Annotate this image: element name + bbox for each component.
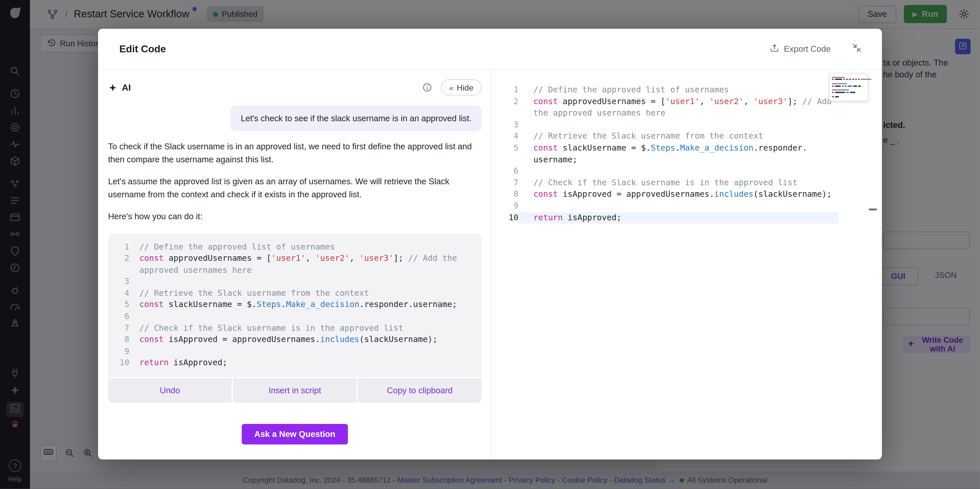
code-line: 3: [117, 276, 473, 287]
line-number: 5: [117, 299, 129, 311]
ai-sparkle-icon: [108, 83, 118, 92]
line-number: 8: [491, 189, 519, 200]
ai-panel-header: AI « Hide: [108, 79, 482, 96]
code-line[interactable]: 5const slackUsername = $.Steps.Make_a_de…: [491, 143, 882, 166]
line-number: 10: [117, 357, 129, 369]
ai-panel-title: AI: [122, 83, 131, 92]
code-text: const isApproved = approvedUsernames.inc…: [139, 334, 473, 346]
ai-paragraph: To check if the Slack username is in an …: [108, 140, 482, 166]
ai-code-actions: UndoInsert in scriptCopy to clipboard: [108, 377, 482, 403]
minimap-row: [832, 81, 865, 82]
undo-button[interactable]: Undo: [108, 378, 232, 402]
minimap-row: [832, 90, 865, 91]
minimap-row: [832, 96, 865, 97]
line-number: 10: [491, 212, 519, 224]
code-line[interactable]: 10return isApproved;: [491, 212, 882, 224]
hide-label: Hide: [457, 83, 473, 92]
ai-response: To check if the Slack username is in an …: [108, 131, 482, 223]
line-number: 1: [117, 241, 129, 252]
code-line[interactable]: 9: [491, 200, 882, 212]
minimap-row: [832, 87, 865, 89]
collapse-icon: [852, 43, 862, 55]
ai-paragraph: Let's assume the approved list is given …: [108, 175, 482, 201]
code-line: 7// Check if the Slack username is in th…: [117, 322, 473, 334]
page: ? Help / Restart Service Workflow Publis…: [0, 0, 980, 489]
line-number: 4: [491, 131, 519, 142]
code-line: 9: [117, 346, 473, 357]
ai-paragraph: Here's how you can do it:: [108, 210, 482, 223]
minimap-row: [832, 79, 865, 80]
code-text: return isApproved;: [139, 357, 473, 369]
editor-lines: 1// Define the approved list of username…: [491, 84, 882, 224]
minimap-row: [832, 94, 865, 95]
line-number: 7: [491, 177, 519, 189]
code-text: [139, 346, 473, 357]
collapse-modal-button[interactable]: [848, 42, 865, 56]
code-line: 4// Retrieve the Slack username from the…: [117, 287, 473, 299]
code-text: // Retrieve the Slack username from the …: [139, 287, 473, 299]
line-number: 3: [491, 119, 519, 131]
ai-code-block: 1// Define the approved list of username…: [108, 233, 482, 377]
code-text: [519, 119, 838, 131]
code-text: // Check if the Slack username is in the…: [519, 177, 838, 189]
code-text: // Check if the Slack username is in the…: [139, 322, 473, 334]
code-line[interactable]: 4// Retrieve the Slack username from the…: [491, 131, 882, 142]
export-code-label: Export Code: [784, 44, 831, 54]
chevrons-left-icon: «: [449, 83, 454, 92]
edit-code-modal: Edit Code Export Code AI: [98, 29, 882, 460]
code-line: 10return isApproved;: [117, 357, 473, 369]
code-text: const slackUsername = $.Steps.Make_a_dec…: [519, 143, 838, 166]
code-line: 8const isApproved = approvedUsernames.in…: [117, 334, 473, 346]
code-text: return isApproved;: [519, 212, 838, 224]
line-number: 8: [117, 334, 129, 346]
info-icon[interactable]: [422, 83, 432, 92]
code-editor[interactable]: 1// Define the approved list of username…: [491, 70, 882, 459]
minimap-row: [832, 77, 865, 78]
editor-minimap[interactable]: [829, 74, 868, 101]
code-text: [519, 200, 838, 212]
export-icon: [769, 43, 779, 55]
code-line[interactable]: 7// Check if the Slack username is in th…: [491, 177, 882, 189]
line-number: 3: [117, 276, 129, 287]
code-line[interactable]: 2const approvedUsernames = ['user1', 'us…: [491, 96, 882, 119]
code-text: [139, 311, 473, 322]
code-text: [139, 276, 473, 287]
user-question-bubble: Let's check to see if the slack username…: [231, 105, 482, 131]
line-number: 4: [117, 287, 129, 299]
code-text: const isApproved = approvedUsernames.inc…: [519, 189, 838, 200]
minimap-row: [832, 83, 865, 84]
export-code-button[interactable]: Export Code: [766, 42, 834, 56]
line-number: 1: [491, 84, 519, 96]
ask-new-question-button[interactable]: Ask a New Question: [242, 424, 348, 445]
line-number: 9: [491, 200, 519, 212]
line-number: 2: [117, 253, 129, 276]
hide-ai-panel-button[interactable]: « Hide: [441, 79, 482, 96]
code-text: [519, 166, 838, 177]
code-line: 5const slackUsername = $.Steps.Make_a_de…: [117, 299, 473, 311]
modal-header: Edit Code Export Code: [98, 29, 882, 70]
code-line: 1// Define the approved list of username…: [117, 241, 473, 252]
code-line[interactable]: 8const isApproved = approvedUsernames.in…: [491, 189, 882, 200]
minimap-row: [832, 85, 865, 87]
code-text: const approvedUsernames = ['user1', 'use…: [519, 96, 838, 119]
line-number: 9: [117, 346, 129, 357]
line-number: 6: [491, 166, 519, 177]
code-text: const slackUsername = $.Steps.Make_a_dec…: [139, 299, 473, 311]
ai-code-suggestion-card: 1// Define the approved list of username…: [108, 233, 482, 403]
insert-in-script-button[interactable]: Insert in script: [232, 378, 357, 402]
line-number: 6: [117, 311, 129, 322]
line-number: 5: [491, 143, 519, 166]
code-line: 6: [117, 311, 473, 322]
copy-to-clipboard-button[interactable]: Copy to clipboard: [357, 378, 482, 402]
ai-assistant-panel: AI « Hide Let's check to see if the slac…: [98, 70, 491, 459]
line-number: 7: [117, 322, 129, 334]
code-text: const approvedUsernames = ['user1', 'use…: [139, 253, 473, 276]
minimap-row: [832, 92, 865, 93]
line-number: 2: [491, 96, 519, 119]
code-line[interactable]: 3: [491, 119, 882, 131]
code-line[interactable]: 1// Define the approved list of username…: [491, 84, 882, 96]
code-text: // Define the approved list of usernames: [139, 241, 473, 252]
modal-title: Edit Code: [119, 43, 166, 55]
code-text: // Retrieve the Slack username from the …: [519, 131, 838, 142]
code-line[interactable]: 6: [491, 166, 882, 177]
